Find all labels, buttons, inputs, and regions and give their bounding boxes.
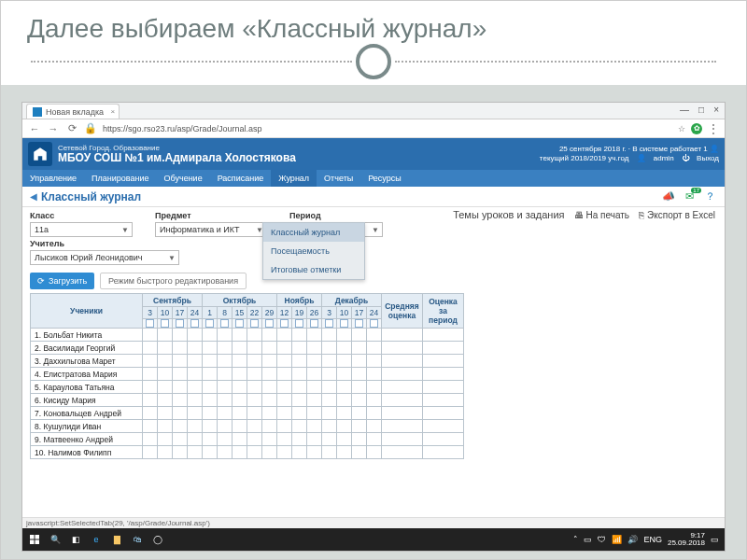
student-name-cell[interactable]: 3. Даххильгова Марет bbox=[31, 355, 143, 368]
window-minimize-icon[interactable]: — bbox=[680, 105, 689, 115]
day-header[interactable]: 3 bbox=[143, 307, 158, 319]
grade-cell[interactable] bbox=[218, 407, 233, 420]
grade-cell[interactable] bbox=[247, 407, 262, 420]
tab-close-icon[interactable]: × bbox=[110, 107, 115, 116]
grade-cell[interactable] bbox=[143, 407, 158, 420]
taskbar-edge-icon[interactable]: e bbox=[86, 530, 106, 549]
grade-cell[interactable] bbox=[262, 342, 277, 355]
period-mark-cell[interactable] bbox=[423, 355, 464, 368]
day-header[interactable]: 17 bbox=[352, 307, 367, 319]
grade-cell[interactable] bbox=[352, 433, 367, 446]
grade-cell[interactable] bbox=[352, 407, 367, 420]
day-header[interactable]: 19 bbox=[292, 307, 307, 319]
dropdown-item-attendance[interactable]: Посещаемость bbox=[263, 242, 364, 260]
grade-cell[interactable] bbox=[277, 329, 292, 342]
window-maximize-icon[interactable]: □ bbox=[698, 105, 704, 115]
day-checkbox[interactable] bbox=[158, 319, 173, 329]
day-checkbox[interactable] bbox=[307, 319, 322, 329]
grade-cell[interactable] bbox=[277, 368, 292, 381]
help-icon[interactable]: ？ bbox=[702, 190, 717, 203]
grade-cell[interactable] bbox=[292, 381, 307, 394]
grade-cell[interactable] bbox=[262, 329, 277, 342]
grade-cell[interactable] bbox=[337, 368, 352, 381]
grade-cell[interactable] bbox=[158, 433, 173, 446]
grade-cell[interactable] bbox=[173, 420, 188, 433]
grade-cell[interactable] bbox=[307, 420, 322, 433]
grade-cell[interactable] bbox=[173, 342, 188, 355]
day-header[interactable]: 17 bbox=[173, 307, 188, 319]
grade-cell[interactable] bbox=[277, 355, 292, 368]
day-header[interactable]: 15 bbox=[233, 307, 247, 319]
grade-cell[interactable] bbox=[367, 342, 382, 355]
day-header[interactable]: 10 bbox=[337, 307, 352, 319]
grade-cell[interactable] bbox=[262, 355, 277, 368]
grade-cell[interactable] bbox=[307, 368, 322, 381]
grade-cell[interactable] bbox=[233, 433, 247, 446]
grade-cell[interactable] bbox=[203, 407, 218, 420]
day-checkbox[interactable] bbox=[262, 319, 277, 329]
grade-cell[interactable] bbox=[262, 381, 277, 394]
day-header[interactable]: 24 bbox=[367, 307, 382, 319]
period-mark-cell[interactable] bbox=[423, 420, 464, 433]
day-header[interactable]: 24 bbox=[188, 307, 203, 319]
grade-cell[interactable] bbox=[158, 355, 173, 368]
grade-cell[interactable] bbox=[143, 355, 158, 368]
student-name-cell[interactable]: 4. Елистратова Мария bbox=[31, 368, 143, 381]
nav-item-schedule[interactable]: Расписание bbox=[210, 170, 272, 187]
grade-cell[interactable] bbox=[143, 446, 158, 459]
header-exit[interactable]: Выход bbox=[697, 154, 719, 162]
grade-cell[interactable] bbox=[322, 355, 337, 368]
day-header[interactable]: 12 bbox=[277, 307, 292, 319]
grade-cell[interactable] bbox=[188, 407, 203, 420]
grade-cell[interactable] bbox=[143, 433, 158, 446]
grade-cell[interactable] bbox=[262, 407, 277, 420]
subject-select[interactable]: Информатика и ИКТ▼ bbox=[155, 222, 267, 237]
grade-cell[interactable] bbox=[158, 329, 173, 342]
grade-cell[interactable] bbox=[188, 420, 203, 433]
grade-cell[interactable] bbox=[337, 433, 352, 446]
period-mark-cell[interactable] bbox=[423, 342, 464, 355]
grade-cell[interactable] bbox=[233, 446, 247, 459]
dropdown-item-final-marks[interactable]: Итоговые отметки bbox=[263, 260, 364, 279]
grade-cell[interactable] bbox=[307, 381, 322, 394]
student-name-cell[interactable]: 2. Василиади Георгий bbox=[31, 342, 143, 355]
grade-cell[interactable] bbox=[203, 433, 218, 446]
day-checkbox[interactable] bbox=[277, 319, 292, 329]
grade-cell[interactable] bbox=[188, 381, 203, 394]
grade-cell[interactable] bbox=[143, 368, 158, 381]
grade-cell[interactable] bbox=[247, 381, 262, 394]
grade-cell[interactable] bbox=[158, 420, 173, 433]
grade-cell[interactable] bbox=[247, 433, 262, 446]
period-mark-cell[interactable] bbox=[423, 446, 464, 459]
grade-cell[interactable] bbox=[173, 394, 188, 407]
grade-cell[interactable] bbox=[367, 446, 382, 459]
grade-cell[interactable] bbox=[367, 329, 382, 342]
grade-cell[interactable] bbox=[292, 342, 307, 355]
grade-cell[interactable] bbox=[292, 407, 307, 420]
grade-cell[interactable] bbox=[158, 342, 173, 355]
grade-cell[interactable] bbox=[218, 355, 233, 368]
tray-notifications-icon[interactable]: ▭ bbox=[711, 535, 719, 544]
day-checkbox[interactable] bbox=[322, 319, 337, 329]
grade-cell[interactable] bbox=[367, 368, 382, 381]
grade-cell[interactable] bbox=[203, 342, 218, 355]
grade-cell[interactable] bbox=[367, 433, 382, 446]
period-mark-cell[interactable] bbox=[423, 407, 464, 420]
grade-cell[interactable] bbox=[247, 342, 262, 355]
student-name-cell[interactable]: 9. Матвеенко Андрей bbox=[31, 433, 143, 446]
grade-cell[interactable] bbox=[277, 381, 292, 394]
tray-up-icon[interactable]: ˄ bbox=[573, 535, 578, 544]
grade-cell[interactable] bbox=[292, 420, 307, 433]
window-close-icon[interactable]: × bbox=[713, 105, 719, 115]
grade-cell[interactable] bbox=[218, 342, 233, 355]
grade-cell[interactable] bbox=[173, 355, 188, 368]
grade-cell[interactable] bbox=[277, 394, 292, 407]
grade-cell[interactable] bbox=[143, 342, 158, 355]
grade-cell[interactable] bbox=[218, 394, 233, 407]
grade-cell[interactable] bbox=[158, 368, 173, 381]
grade-cell[interactable] bbox=[337, 407, 352, 420]
browser-tab[interactable]: Новая вкладка × bbox=[26, 104, 120, 119]
grade-cell[interactable] bbox=[203, 446, 218, 459]
period-mark-cell[interactable] bbox=[423, 368, 464, 381]
day-checkbox[interactable] bbox=[352, 319, 367, 329]
